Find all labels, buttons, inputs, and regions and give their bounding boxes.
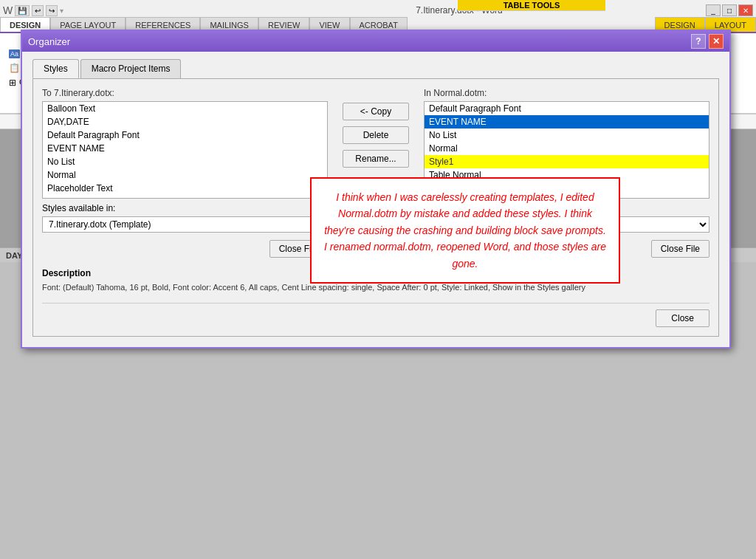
dialog-title: Organizer	[28, 36, 70, 47]
title-left: W 💾 ↩ ↪ ▾	[0, 4, 221, 16]
properties-icon: 📋	[9, 63, 20, 73]
list-item[interactable]: No List	[43, 155, 327, 168]
undo-btn[interactable]: ↩	[32, 5, 44, 16]
table-tools-label: TABLE TOOLS	[458, 0, 605, 11]
dialog-title-bar: Organizer ? ✕	[22, 31, 729, 52]
right-panel-label: In Normal.dotm:	[424, 88, 709, 98]
center-buttons: <- Copy Delete Rename...	[335, 88, 416, 168]
list-item[interactable]: Default Paragraph Font	[43, 128, 327, 142]
save-btn[interactable]: 💾	[15, 5, 30, 16]
minimize-btn[interactable]: _	[706, 4, 721, 16]
maximize-btn[interactable]: □	[722, 4, 737, 16]
list-item[interactable]: Balloon Text	[43, 102, 327, 115]
dialog-footer: Close	[42, 303, 709, 327]
left-list-box[interactable]: Balloon Text DAY,DATE Default Paragraph …	[42, 101, 328, 199]
word-icon: W	[3, 4, 13, 16]
list-item[interactable]: Style1	[43, 195, 327, 199]
rename-btn[interactable]: Rename...	[343, 150, 409, 168]
delete-btn[interactable]: Delete	[343, 126, 409, 144]
list-item[interactable]: Normal	[425, 142, 709, 155]
list-item[interactable]: Placeholder Text	[43, 182, 327, 195]
left-dropdown-row: 7.Itinerary.dotx (Template)	[42, 216, 328, 233]
redo-btn[interactable]: ↪	[46, 5, 58, 16]
list-item[interactable]: No List	[425, 128, 709, 142]
annotation-box: I think when I was carelessly creating t…	[310, 177, 620, 284]
window-controls: _ □ ✕	[697, 4, 756, 16]
styles-available-label: Styles available in:	[42, 203, 115, 213]
dialog-close-x-btn[interactable]: ✕	[709, 34, 724, 49]
dialog-title-controls: ? ✕	[691, 34, 724, 49]
dialog-help-btn[interactable]: ?	[691, 34, 706, 49]
tab-macro-project-items[interactable]: Macro Project Items	[80, 59, 182, 78]
left-panel-label: To 7.Itinerary.dotx:	[42, 88, 328, 98]
close-window-btn[interactable]: ✕	[738, 4, 753, 16]
dropdown-arrow[interactable]: ▾	[60, 7, 63, 15]
list-item[interactable]: Normal	[43, 168, 327, 182]
copy-btn[interactable]: <- Copy	[343, 103, 409, 120]
list-item-selected[interactable]: EVENT NAME	[425, 115, 709, 128]
annotation-text: I think when I was carelessly creating t…	[324, 191, 606, 270]
list-item[interactable]: EVENT NAME	[43, 142, 327, 155]
left-styles-available-row: Styles available in:	[42, 203, 328, 213]
list-item[interactable]: Default Paragraph Font	[425, 102, 709, 115]
list-item[interactable]: DAY,DATE	[43, 115, 327, 128]
dialog-tabs: Styles Macro Project Items	[32, 59, 719, 78]
tab-styles[interactable]: Styles	[32, 59, 79, 78]
design-mode-icon: Aa	[9, 49, 20, 58]
left-panel: To 7.Itinerary.dotx: Balloon Text DAY,DA…	[42, 88, 328, 258]
group-icon: ⊞	[9, 78, 16, 88]
left-styles-dropdown[interactable]: 7.Itinerary.dotx (Template)	[42, 216, 328, 233]
list-item-style1[interactable]: Style1	[425, 155, 709, 168]
dialog-close-btn[interactable]: Close	[656, 309, 709, 327]
right-close-file-btn[interactable]: Close File	[651, 240, 709, 258]
